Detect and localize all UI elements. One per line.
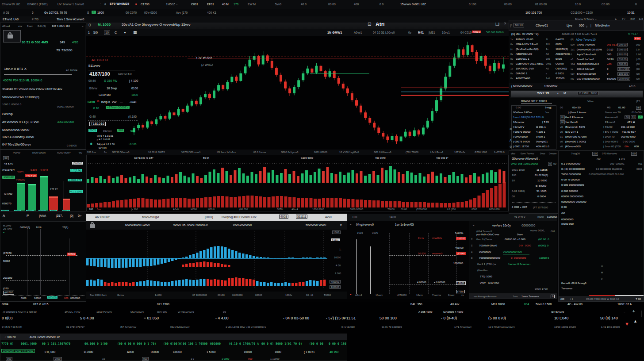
label: N5 1vvv 1v1v1vv xyxy=(217,151,236,154)
status-menu[interactable]: Mvvvvgvvv xyxy=(130,311,144,314)
sidebar-tab[interactable]: 3vvv xyxy=(27,25,33,28)
menu-item[interactable]: A 05 xyxy=(3,11,9,14)
status-menu[interactable]: 1010 Pvvvvv xyxy=(96,311,112,314)
status-menu[interactable]: , 0 000000 0 Avvv v 1 (00 00 xyxy=(2,311,37,314)
label: A010 xyxy=(629,85,635,88)
label: 0001 00000 xyxy=(314,151,327,154)
label: 1.7(7.14) xyxy=(70,169,82,172)
label: 0.1 0 00000000 xyxy=(561,162,580,165)
tool-icon[interactable]: A xyxy=(3,214,5,218)
menu-item[interactable]: EF0 Wh0M25 xyxy=(110,2,129,6)
label: 000 0 xyxy=(208,208,215,211)
label: F1vvvv0 xyxy=(605,121,615,124)
label: G700 1000 xyxy=(475,151,487,154)
wave-icon[interactable]: |ΛΛΛ xyxy=(39,214,46,218)
panel-tab[interactable]: 1400 xyxy=(389,215,396,219)
label: A0v1 1vvvv 0vvvv0! 1v xyxy=(30,335,60,338)
label: 27(1) xyxy=(62,226,68,229)
label: 10A xyxy=(571,63,575,65)
label: | 5vv 7 0000 xyxy=(603,131,618,134)
panel-tab[interactable]: 050 xyxy=(579,24,584,27)
panel-tab[interactable]: 00 xyxy=(631,152,637,156)
indicator-toggle[interactable]: M41 xyxy=(418,31,424,34)
footer-tab[interactable]: 1vvvv 7vvvvvvv xyxy=(521,295,539,298)
footer-tab[interactable]: vvv AvvvgvvAvvvvvv xyxy=(474,295,497,298)
label: 117000 xyxy=(84,350,93,353)
label: 0vv xyxy=(97,208,101,211)
table-link[interactable]: A0vv 7vvvvv10 xyxy=(576,38,596,41)
chart-tool[interactable]: 1 xyxy=(88,31,90,35)
grid-icon[interactable]: ▦ xyxy=(133,31,137,35)
menu-item[interactable]: UV 1vvvvv 1 1vvvv0 xyxy=(58,3,84,6)
label: v xyxy=(546,72,547,75)
value-chip[interactable]: 511111 xyxy=(296,215,307,219)
panel-tab[interactable]: Ljvv xyxy=(567,24,572,27)
menu-item[interactable]: Chvvvv1V UC xyxy=(2,3,20,6)
label: 1/71 Avvvvgvvv xyxy=(454,326,472,328)
panel-tab[interactable]: CI0 xyxy=(353,215,357,219)
label: MvvvvAvvv1Gvvvv xyxy=(125,223,150,227)
label: 450 0070 xyxy=(375,157,386,159)
indicator-tab[interactable]: Alv Ov01vr xyxy=(95,215,110,219)
panel-tab[interactable]: vfvv xyxy=(511,152,515,155)
chart-mode[interactable]: 1N GMW1 xyxy=(327,31,342,35)
indicator-tab[interactable]: Mvvv-cv1igvr xyxy=(142,215,159,219)
toolbar-item[interactable]: # 7/0 xyxy=(32,18,38,21)
panel-tab[interactable]: 0vvv 7vvvvv xyxy=(521,152,534,155)
sidebar-tab[interactable]: A0vvd xyxy=(2,25,10,28)
panel-tab[interactable]: C0vvv01 xyxy=(536,24,548,27)
label: 4.1.1.1000 xyxy=(69,190,83,193)
menu-item[interactable]: C1790 xyxy=(141,3,150,6)
value-chip[interactable]: 4008 xyxy=(279,215,288,219)
buy-button[interactable]: +1Tvvv G000Z / xyxy=(106,106,130,109)
footer-tab[interactable]: 1vvv xyxy=(513,295,518,298)
label: A0v0 xyxy=(173,208,179,211)
panel-tab[interactable]: ( M0vvvv0vvvvv xyxy=(511,84,532,88)
sidebar-tab[interactable]: F-0 (5) xyxy=(38,25,46,28)
panel-tab[interactable]: 7vvg00 xyxy=(571,152,580,155)
dropdown-icon[interactable]: ▼ xyxy=(123,31,126,35)
status-menu[interactable]: vv v01vvvvv0 xyxy=(178,311,194,314)
tool-icon[interactable]: 0> xyxy=(78,214,81,218)
terminal: ⌐ 00070A0v1 1vvvv 0vvvv0! 1v7770 0)0001.… xyxy=(0,334,347,361)
label: /00 xyxy=(597,157,601,161)
label: 0.504 xyxy=(31,169,37,171)
indicator-toggle[interactable]: |M31 xyxy=(429,31,435,34)
toolbar-item[interactable]: ETvvv1 Uv0 xyxy=(3,18,19,21)
label: (00 xyxy=(560,298,564,301)
order-id-button[interactable]: T1B1016 xyxy=(89,122,106,126)
chart-tool[interactable]: C xyxy=(115,31,117,35)
panel-tab[interactable]: 0vvvvv xyxy=(549,152,556,155)
panel-tab[interactable]: N0vdfvvhv xyxy=(595,24,610,27)
footer-button[interactable]: 0 xyxy=(551,295,555,298)
menu-item[interactable]: EPA001 (F101) xyxy=(27,3,48,6)
tool-icon[interactable]: |257, xyxy=(56,214,63,218)
chart-symbol[interactable]: M, 1005 xyxy=(98,23,111,27)
label: A0 xyxy=(546,67,549,70)
status-menu[interactable]: Ovv 00v xyxy=(157,311,167,314)
chart-mode[interactable]: A0vv1 xyxy=(354,31,362,34)
table-link[interactable]: 1vvv L0P0(00 010 T01L0 xyxy=(513,116,544,119)
panel-tab[interactable]: M010 xyxy=(514,23,524,27)
panel-tab[interactable]: 00 xyxy=(592,152,598,156)
instrument-button[interactable]: ⊟ FWK_T000 xyxy=(578,91,598,95)
label: C011000 + C100 xyxy=(571,11,593,14)
label: 000 00 xyxy=(617,62,628,66)
chevron-down-icon[interactable]: ▾ xyxy=(340,223,342,227)
toolbar-item[interactable]: Thvv 1 5vvv A1vvvv0 xyxy=(57,18,84,21)
panel-tab[interactable]: 10fvv0bvv xyxy=(544,84,557,88)
panel-tab[interactable]: 0vvv xyxy=(540,152,545,155)
timeframe-button[interactable]: 10 xyxy=(104,31,110,35)
label: (00.00. 0 xyxy=(538,238,549,241)
panel-tab[interactable]: 070 0vvvvvv xyxy=(602,152,617,155)
sidebar-tab[interactable]: vvv xyxy=(18,25,22,28)
tool-icon[interactable]: P xyxy=(27,214,29,218)
status-menu[interactable]: 1# AvL, Fvvv xyxy=(65,311,80,314)
label: 00 xyxy=(223,311,226,314)
tool-icon[interactable]: |0| xyxy=(70,214,73,218)
label: A000T0A00 xyxy=(516,77,530,80)
menu-item[interactable]: 1M50Z ~ xyxy=(166,3,178,6)
line xyxy=(85,25,85,149)
label: 349 xyxy=(60,41,65,44)
chart-tool[interactable]: 5/0 xyxy=(93,31,98,35)
